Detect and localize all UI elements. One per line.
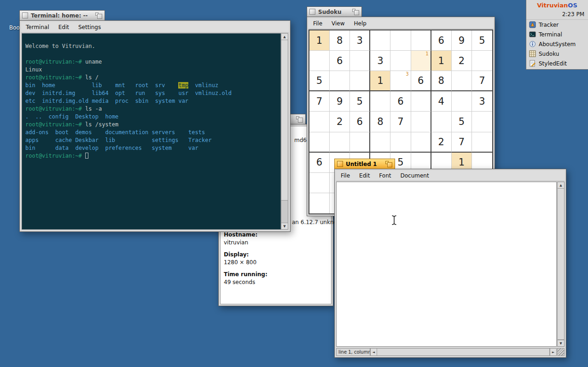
sudoku-cell-r1c5[interactable] <box>390 30 411 51</box>
sudoku-cell-r4c1[interactable]: 7 <box>309 91 330 112</box>
stylededit-horizontal-scrollbar[interactable]: ◄ ► <box>370 348 557 356</box>
sudoku-cell-r4c4[interactable] <box>370 91 390 112</box>
scroll-up-icon[interactable]: ▲ <box>281 34 288 40</box>
sudoku-cell-r7c1[interactable]: 6 <box>309 153 330 173</box>
sudoku-cell-r5c2[interactable]: 2 <box>330 112 350 132</box>
stylededit-text-area[interactable] <box>336 182 557 347</box>
sudoku-cell-r1c2[interactable]: 8 <box>330 30 350 51</box>
menu-help[interactable]: Help <box>349 18 371 29</box>
sudoku-cell-r1c8[interactable]: 9 <box>452 30 472 51</box>
scrollbar-track[interactable] <box>281 40 288 223</box>
sudoku-cell-r4c5[interactable]: 6 <box>390 91 411 112</box>
sudoku-cell-r5c1[interactable] <box>309 112 330 132</box>
sudoku-cell-r2c1[interactable] <box>309 51 330 71</box>
scrollbar-thumb[interactable] <box>558 189 564 340</box>
menu-edit[interactable]: Edit <box>54 22 74 32</box>
menu-edit[interactable]: Edit <box>355 171 374 181</box>
sudoku-cell-r2c7[interactable]: 1 <box>431 51 452 71</box>
zoom-icon[interactable] <box>296 116 303 123</box>
deskbar-item-aboutsystem[interactable]: AboutSystem <box>526 39 588 49</box>
stylededit-vertical-scrollbar[interactable]: ▲ ▼ <box>557 182 565 347</box>
sudoku-cell-r1c3[interactable]: 3 <box>350 30 370 51</box>
sudoku-cell-r4c7[interactable]: 4 <box>431 91 452 112</box>
sudoku-cell-r4c3[interactable]: 5 <box>350 91 370 112</box>
menu-view[interactable]: View <box>327 18 349 29</box>
sudoku-cell-r5c7[interactable] <box>431 112 452 132</box>
sudoku-cell-r2c6[interactable]: 1 <box>411 51 431 71</box>
sudoku-cell-r2c8[interactable]: 2 <box>452 51 472 71</box>
sudoku-cell-r2c2[interactable]: 6 <box>330 51 350 71</box>
sudoku-cell-r3c4[interactable]: 1 <box>370 71 390 91</box>
sudoku-cell-r1c7[interactable]: 6 <box>431 30 452 51</box>
resize-corner[interactable] <box>557 348 565 356</box>
close-icon[interactable] <box>309 9 315 15</box>
terminal-vertical-scrollbar[interactable]: ▲ ▼ <box>281 33 288 230</box>
sudoku-cell-r6c7[interactable]: 2 <box>431 132 452 153</box>
sudoku-cell-r3c7[interactable]: 8 <box>431 71 452 91</box>
sudoku-cell-r4c8[interactable] <box>452 91 472 112</box>
menu-font[interactable]: Font <box>374 171 396 181</box>
scroll-right-icon[interactable]: ► <box>550 349 556 355</box>
sudoku-cell-r5c6[interactable] <box>411 112 431 132</box>
scroll-down-icon[interactable]: ▼ <box>558 340 564 346</box>
sudoku-cell-r3c1[interactable]: 5 <box>309 71 330 91</box>
scrollbar-thumb[interactable] <box>281 40 288 201</box>
sudoku-cell-r4c2[interactable]: 9 <box>330 91 350 112</box>
sudoku-cell-r3c2[interactable] <box>330 71 350 91</box>
zoom-icon[interactable] <box>352 9 359 15</box>
sudoku-cell-r1c1[interactable]: 1 <box>309 30 330 51</box>
scroll-down-icon[interactable]: ▼ <box>281 223 288 229</box>
sudoku-cell-r6c4[interactable] <box>370 132 390 153</box>
sudoku-cell-r5c9[interactable] <box>472 112 492 132</box>
sudoku-cell-r8c1[interactable] <box>309 173 330 193</box>
sudoku-cell-r3c9[interactable]: 7 <box>472 71 492 91</box>
sudoku-cell-r5c3[interactable]: 6 <box>350 112 370 132</box>
sudoku-cell-r1c6[interactable] <box>411 30 431 51</box>
sudoku-cell-r3c5[interactable]: 3 <box>390 71 411 91</box>
sudoku-cell-r6c9[interactable] <box>472 132 492 153</box>
sudoku-tab[interactable]: Sudoku <box>307 6 362 17</box>
menu-file[interactable]: File <box>336 171 355 181</box>
deskbar-item-sudoku[interactable]: Sudoku <box>526 49 588 59</box>
zoom-icon[interactable] <box>95 12 102 19</box>
deskbar-item-tracker[interactable]: Tracker <box>526 20 588 30</box>
sudoku-cell-r1c9[interactable]: 5 <box>472 30 492 51</box>
deskbar-brand[interactable]: VitruvianOS <box>526 0 588 10</box>
menu-terminal[interactable]: Terminal <box>21 22 54 32</box>
sudoku-cell-r3c6[interactable]: 6 <box>411 71 431 91</box>
scroll-up-icon[interactable]: ▲ <box>558 182 564 189</box>
sudoku-cell-r6c3[interactable] <box>350 132 370 153</box>
stylededit-tab[interactable]: Untitled 1 <box>334 159 395 169</box>
terminal-view[interactable]: Welcome to Vitruvian. root@vitruvian:~# … <box>22 33 281 230</box>
desktop-icon-label-fragment[interactable]: Boo <box>9 24 20 31</box>
sudoku-cell-r6c1[interactable] <box>309 132 330 153</box>
sudoku-cell-r9c1[interactable] <box>309 193 330 213</box>
deskbar-item-terminal[interactable]: Terminal <box>526 30 588 39</box>
scrollbar-track[interactable] <box>558 189 564 340</box>
sudoku-cell-r2c9[interactable] <box>472 51 492 71</box>
deskbar-clock[interactable]: 2:23 PM <box>562 11 584 18</box>
sudoku-cell-r6c2[interactable] <box>330 132 350 153</box>
deskbar-item-stylededit[interactable]: StyledEdit <box>526 59 588 68</box>
scrollbar-track[interactable] <box>377 349 550 355</box>
scrollbar-thumb[interactable] <box>377 349 550 355</box>
sudoku-cell-r4c9[interactable]: 3 <box>472 91 492 112</box>
sudoku-cell-r1c4[interactable] <box>370 30 390 51</box>
close-icon[interactable] <box>22 12 28 18</box>
menu-settings[interactable]: Settings <box>74 22 105 32</box>
scroll-left-icon[interactable]: ◄ <box>371 349 377 355</box>
sudoku-cell-r2c5[interactable] <box>390 51 411 71</box>
sudoku-cell-r3c3[interactable] <box>350 71 370 91</box>
menu-document[interactable]: Document <box>396 171 433 181</box>
sudoku-cell-r3c8[interactable] <box>452 71 472 91</box>
sudoku-cell-r5c4[interactable]: 8 <box>370 112 390 132</box>
sudoku-cell-r2c3[interactable] <box>350 51 370 71</box>
menu-file[interactable]: File <box>309 18 327 29</box>
zoom-icon[interactable] <box>385 161 392 167</box>
sudoku-cell-r2c4[interactable]: 3 <box>370 51 390 71</box>
sudoku-cell-r6c5[interactable] <box>390 132 411 153</box>
sudoku-cell-r6c6[interactable] <box>411 132 431 153</box>
sudoku-cell-r4c6[interactable] <box>411 91 431 112</box>
terminal-tab[interactable]: Terminal: home: -- <box>19 10 105 20</box>
sudoku-cell-r6c8[interactable]: 7 <box>452 132 472 153</box>
